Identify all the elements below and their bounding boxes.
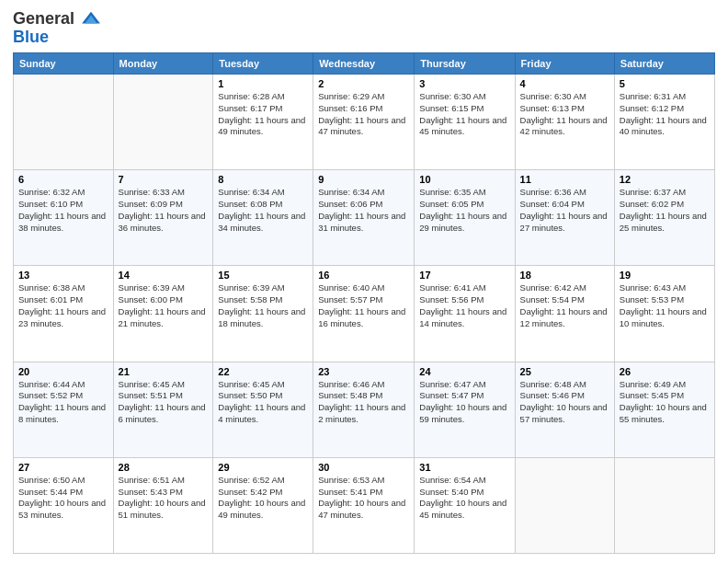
calendar-cell: 6Sunrise: 6:32 AMSunset: 6:10 PMDaylight… [14, 170, 114, 266]
day-number: 29 [218, 462, 308, 473]
day-number: 1 [218, 78, 308, 89]
page: General Blue SundayMondayTuesdayWednesda… [0, 0, 728, 563]
calendar-cell: 2Sunrise: 6:29 AMSunset: 6:16 PMDaylight… [313, 75, 415, 170]
day-number: 7 [119, 174, 209, 185]
day-info: Sunrise: 6:32 AMSunset: 6:10 PMDaylight:… [18, 187, 108, 234]
calendar-cell: 4Sunrise: 6:30 AMSunset: 6:13 PMDaylight… [515, 75, 614, 170]
calendar-cell: 26Sunrise: 6:49 AMSunset: 5:45 PMDayligh… [614, 362, 714, 457]
day-number: 6 [18, 174, 108, 185]
calendar-cell: 10Sunrise: 6:35 AMSunset: 6:05 PMDayligh… [415, 170, 515, 266]
calendar-week-row: 13Sunrise: 6:38 AMSunset: 6:01 PMDayligh… [14, 266, 715, 362]
day-number: 13 [18, 270, 108, 281]
calendar-week-row: 27Sunrise: 6:50 AMSunset: 5:44 PMDayligh… [14, 457, 715, 553]
day-info: Sunrise: 6:45 AMSunset: 5:50 PMDaylight:… [218, 379, 308, 426]
calendar-cell: 24Sunrise: 6:47 AMSunset: 5:47 PMDayligh… [415, 362, 515, 457]
day-info: Sunrise: 6:30 AMSunset: 6:13 PMDaylight:… [520, 91, 609, 138]
day-info: Sunrise: 6:36 AMSunset: 6:04 PMDaylight:… [520, 187, 609, 234]
calendar-cell: 3Sunrise: 6:30 AMSunset: 6:15 PMDaylight… [415, 75, 515, 170]
calendar-week-row: 1Sunrise: 6:28 AMSunset: 6:17 PMDaylight… [14, 75, 715, 170]
weekday-header-sunday: Sunday [14, 53, 114, 75]
day-number: 30 [318, 462, 409, 473]
calendar-cell: 20Sunrise: 6:44 AMSunset: 5:52 PMDayligh… [14, 362, 114, 457]
logo-general: General [13, 9, 101, 29]
day-number: 4 [520, 78, 609, 89]
calendar-cell [614, 457, 714, 553]
calendar-cell: 18Sunrise: 6:42 AMSunset: 5:54 PMDayligh… [515, 266, 614, 362]
day-info: Sunrise: 6:54 AMSunset: 5:40 PMDaylight:… [419, 475, 509, 522]
calendar-cell: 22Sunrise: 6:45 AMSunset: 5:50 PMDayligh… [213, 362, 313, 457]
calendar-cell [515, 457, 614, 553]
calendar-cell: 29Sunrise: 6:52 AMSunset: 5:42 PMDayligh… [213, 457, 313, 553]
day-info: Sunrise: 6:42 AMSunset: 5:54 PMDaylight:… [520, 282, 609, 329]
day-info: Sunrise: 6:43 AMSunset: 5:53 PMDaylight:… [620, 282, 710, 329]
calendar-cell [113, 75, 213, 170]
day-number: 10 [419, 174, 509, 185]
calendar-week-row: 6Sunrise: 6:32 AMSunset: 6:10 PMDaylight… [14, 170, 715, 266]
day-number: 31 [419, 462, 509, 473]
calendar-table: SundayMondayTuesdayWednesdayThursdayFrid… [13, 52, 715, 554]
weekday-header-row: SundayMondayTuesdayWednesdayThursdayFrid… [14, 53, 715, 75]
day-info: Sunrise: 6:52 AMSunset: 5:42 PMDaylight:… [218, 475, 308, 522]
day-info: Sunrise: 6:48 AMSunset: 5:46 PMDaylight:… [520, 379, 609, 426]
day-info: Sunrise: 6:44 AMSunset: 5:52 PMDaylight:… [18, 379, 108, 426]
day-info: Sunrise: 6:39 AMSunset: 5:58 PMDaylight:… [218, 282, 308, 329]
day-number: 23 [318, 366, 409, 377]
day-number: 19 [620, 270, 710, 281]
weekday-header-wednesday: Wednesday [313, 53, 415, 75]
day-info: Sunrise: 6:37 AMSunset: 6:02 PMDaylight:… [620, 187, 710, 234]
calendar-cell: 23Sunrise: 6:46 AMSunset: 5:48 PMDayligh… [313, 362, 415, 457]
day-number: 26 [620, 366, 710, 377]
weekday-header-monday: Monday [113, 53, 213, 75]
day-number: 9 [318, 174, 409, 185]
calendar-cell: 16Sunrise: 6:40 AMSunset: 5:57 PMDayligh… [313, 266, 415, 362]
day-number: 12 [620, 174, 710, 185]
weekday-header-tuesday: Tuesday [213, 53, 313, 75]
calendar-cell: 31Sunrise: 6:54 AMSunset: 5:40 PMDayligh… [415, 457, 515, 553]
day-number: 25 [520, 366, 609, 377]
header: General Blue [13, 9, 715, 47]
day-number: 21 [119, 366, 209, 377]
day-info: Sunrise: 6:39 AMSunset: 6:00 PMDaylight:… [119, 282, 209, 329]
calendar-cell: 14Sunrise: 6:39 AMSunset: 6:00 PMDayligh… [113, 266, 213, 362]
day-info: Sunrise: 6:50 AMSunset: 5:44 PMDaylight:… [18, 475, 108, 522]
calendar-cell: 19Sunrise: 6:43 AMSunset: 5:53 PMDayligh… [614, 266, 714, 362]
calendar-cell: 30Sunrise: 6:53 AMSunset: 5:41 PMDayligh… [313, 457, 415, 553]
day-info: Sunrise: 6:28 AMSunset: 6:17 PMDaylight:… [218, 91, 308, 138]
day-number: 20 [18, 366, 108, 377]
day-info: Sunrise: 6:30 AMSunset: 6:15 PMDaylight:… [419, 91, 509, 138]
calendar-cell: 1Sunrise: 6:28 AMSunset: 6:17 PMDaylight… [213, 75, 313, 170]
weekday-header-friday: Friday [515, 53, 614, 75]
calendar-cell: 13Sunrise: 6:38 AMSunset: 6:01 PMDayligh… [14, 266, 114, 362]
calendar-cell: 28Sunrise: 6:51 AMSunset: 5:43 PMDayligh… [113, 457, 213, 553]
day-number: 16 [318, 270, 409, 281]
calendar-cell: 12Sunrise: 6:37 AMSunset: 6:02 PMDayligh… [614, 170, 714, 266]
calendar-cell: 7Sunrise: 6:33 AMSunset: 6:09 PMDaylight… [113, 170, 213, 266]
day-number: 3 [419, 78, 509, 89]
calendar-cell: 8Sunrise: 6:34 AMSunset: 6:08 PMDaylight… [213, 170, 313, 266]
day-info: Sunrise: 6:51 AMSunset: 5:43 PMDaylight:… [119, 475, 209, 522]
day-number: 22 [218, 366, 308, 377]
day-info: Sunrise: 6:46 AMSunset: 5:48 PMDaylight:… [318, 379, 409, 426]
day-info: Sunrise: 6:41 AMSunset: 5:56 PMDaylight:… [419, 282, 509, 329]
calendar-cell: 15Sunrise: 6:39 AMSunset: 5:58 PMDayligh… [213, 266, 313, 362]
day-info: Sunrise: 6:49 AMSunset: 5:45 PMDaylight:… [620, 379, 710, 426]
day-info: Sunrise: 6:34 AMSunset: 6:08 PMDaylight:… [218, 187, 308, 234]
day-info: Sunrise: 6:40 AMSunset: 5:57 PMDaylight:… [318, 282, 409, 329]
day-number: 24 [419, 366, 509, 377]
calendar-cell: 9Sunrise: 6:34 AMSunset: 6:06 PMDaylight… [313, 170, 415, 266]
calendar-cell: 25Sunrise: 6:48 AMSunset: 5:46 PMDayligh… [515, 362, 614, 457]
day-number: 28 [119, 462, 209, 473]
day-number: 8 [218, 174, 308, 185]
day-number: 5 [620, 78, 710, 89]
weekday-header-thursday: Thursday [415, 53, 515, 75]
day-info: Sunrise: 6:35 AMSunset: 6:05 PMDaylight:… [419, 187, 509, 234]
day-number: 15 [218, 270, 308, 281]
day-info: Sunrise: 6:34 AMSunset: 6:06 PMDaylight:… [318, 187, 409, 234]
calendar-cell: 27Sunrise: 6:50 AMSunset: 5:44 PMDayligh… [14, 457, 114, 553]
calendar-cell: 21Sunrise: 6:45 AMSunset: 5:51 PMDayligh… [113, 362, 213, 457]
day-info: Sunrise: 6:31 AMSunset: 6:12 PMDaylight:… [620, 91, 710, 138]
day-info: Sunrise: 6:29 AMSunset: 6:16 PMDaylight:… [318, 91, 409, 138]
calendar-cell: 5Sunrise: 6:31 AMSunset: 6:12 PMDaylight… [614, 75, 714, 170]
day-number: 11 [520, 174, 609, 185]
day-info: Sunrise: 6:38 AMSunset: 6:01 PMDaylight:… [18, 282, 108, 329]
